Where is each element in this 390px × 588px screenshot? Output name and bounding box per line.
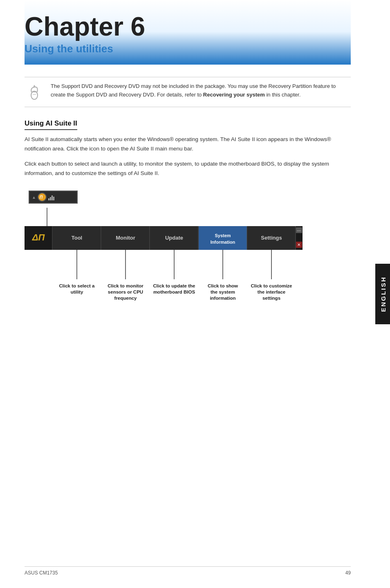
svg-text:Settings: Settings xyxy=(261,235,282,241)
svg-text:Click to monitor: Click to monitor xyxy=(108,283,143,288)
bar-chart-icon xyxy=(48,194,54,200)
svg-text:settings: settings xyxy=(262,296,280,301)
chapter-title: Chapter 6 xyxy=(25,12,351,41)
svg-text:ΔΠ: ΔΠ xyxy=(32,232,45,242)
svg-point-0 xyxy=(31,91,38,99)
svg-text:✕: ✕ xyxy=(297,242,300,247)
chapter-header: Chapter 6 Using the utilities xyxy=(25,0,351,65)
svg-text:information: information xyxy=(210,296,235,301)
note-text: The Support DVD and Recovery DVD may not… xyxy=(51,82,351,99)
svg-text:Information: Information xyxy=(211,240,235,245)
ai-suite-tray-icon: Π xyxy=(38,193,47,202)
arrow-icon: ▲ xyxy=(32,195,36,200)
svg-text:Tool: Tool xyxy=(72,235,82,241)
diagram-area: ▲ Π xyxy=(25,191,351,348)
svg-text:Click to select a: Click to select a xyxy=(59,283,95,288)
section-para2: Click each button to select and launch a… xyxy=(25,159,351,178)
section-para1: AI Suite II automatically starts when yo… xyxy=(25,135,351,154)
page-footer: ASUS CM1735 49 xyxy=(25,566,351,576)
svg-text:Monitor: Monitor xyxy=(116,235,135,241)
svg-text:utility: utility xyxy=(71,290,83,294)
svg-rect-18 xyxy=(199,226,247,250)
svg-text:frequency: frequency xyxy=(114,296,137,301)
svg-text:Update: Update xyxy=(165,235,183,241)
svg-text:motherboard BIOS: motherboard BIOS xyxy=(153,290,195,294)
ai-suite-diagram: ΔΠ Tool Monitor Update System Informatio… xyxy=(25,208,319,348)
pencil-icon xyxy=(25,82,44,102)
section-using-ai-suite: Using AI Suite II AI Suite II automatica… xyxy=(25,119,351,178)
chapter-subtitle: Using the utilities xyxy=(25,43,351,55)
svg-text:the interface: the interface xyxy=(258,290,285,294)
svg-text:—: — xyxy=(297,228,301,233)
side-tab-label: ENGLISH xyxy=(375,266,390,322)
notification-bar: ▲ Π xyxy=(29,191,78,204)
footer-product-name: ASUS CM1735 xyxy=(25,570,58,576)
svg-text:sensors or CPU: sensors or CPU xyxy=(108,290,143,294)
svg-text:the system: the system xyxy=(211,290,235,294)
svg-text:System: System xyxy=(215,233,231,238)
section-heading: Using AI Suite II xyxy=(25,119,77,130)
svg-text:Click to update the: Click to update the xyxy=(153,283,195,288)
footer-page-number: 49 xyxy=(345,570,351,576)
svg-text:Click to customize: Click to customize xyxy=(251,283,292,288)
svg-text:Π: Π xyxy=(40,195,43,200)
note-box: The Support DVD and Recovery DVD may not… xyxy=(25,77,351,107)
svg-text:Click to show: Click to show xyxy=(208,283,238,288)
